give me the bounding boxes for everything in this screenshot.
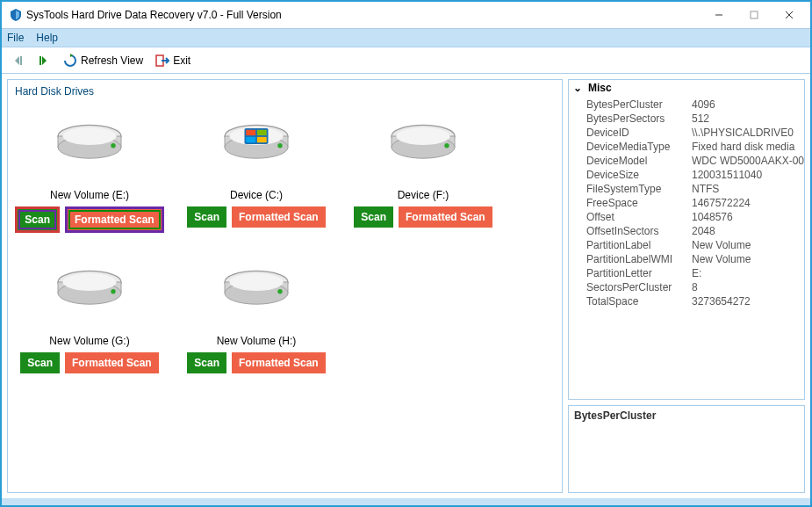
drive-buttons: Scan Formatted Scan (20, 352, 158, 373)
property-row[interactable]: OffsetInSectors2048 (586, 224, 804, 238)
formatted-scan-button[interactable]: Formatted Scan (65, 206, 164, 233)
description-title: BytesPerCluster (574, 409, 656, 422)
exit-icon (155, 54, 169, 68)
property-row[interactable]: FileSystemTypeNTFS (586, 182, 804, 196)
svg-rect-1 (751, 11, 758, 18)
drive-buttons: Scan Formatted Scan (187, 206, 325, 228)
property-key: OffsetInSectors (586, 225, 692, 237)
drive-item[interactable]: Device (C:) Scan Formatted Scan (182, 105, 331, 233)
drive-item[interactable]: New Volume (G:) Scan Formatted Scan (15, 250, 164, 373)
property-row[interactable]: BytesPerSectors512 (586, 112, 804, 126)
property-row[interactable]: DeviceSize120031511040 (586, 168, 804, 182)
property-value: 120031511040 (692, 169, 804, 181)
property-row[interactable]: TotalSpace3273654272 (586, 294, 804, 308)
properties-panel: ⌄ Misc BytesPerCluster4096BytesPerSector… (568, 79, 805, 400)
drive-label: Device (F:) (398, 184, 449, 206)
properties-rows: BytesPerCluster4096BytesPerSectors512Dev… (569, 96, 804, 310)
property-value: 8 (692, 281, 804, 293)
property-value: 1467572224 (692, 197, 804, 209)
svg-rect-5 (40, 56, 41, 65)
nav-back-icon (11, 54, 25, 68)
property-key: BytesPerCluster (586, 98, 692, 111)
app-icon (9, 8, 23, 22)
property-key: TotalSpace (586, 295, 692, 308)
close-button[interactable] (772, 2, 807, 28)
formatted-scan-button[interactable]: Formatted Scan (232, 206, 326, 228)
drive-buttons: Scan Formatted Scan (187, 352, 325, 373)
drive-item[interactable]: New Volume (E:) Scan Formatted Scan (15, 105, 164, 233)
drive-label: New Volume (E:) (50, 184, 129, 206)
drives-pane: Hard Disk Drives New Volume (E:) Scan Fo… (7, 79, 563, 493)
property-value: New Volume (692, 239, 804, 251)
drive-label: New Volume (H:) (217, 330, 297, 352)
drive-label: Device (C:) (230, 184, 283, 206)
property-row[interactable]: Offset1048576 (586, 210, 804, 224)
scan-button[interactable]: Scan (15, 206, 60, 233)
svg-point-29 (444, 143, 449, 148)
property-value: 512 (692, 112, 804, 125)
formatted-scan-button[interactable]: Formatted Scan (65, 352, 159, 373)
collapse-icon: ⌄ (572, 82, 583, 94)
statusbar (2, 498, 810, 505)
property-key: DeviceSize (586, 169, 692, 181)
property-value: 4096 (692, 98, 804, 111)
refresh-button[interactable]: Refresh View (60, 52, 147, 69)
property-value: WDC WD5000AAKX-003CA0 ATA (692, 155, 804, 167)
property-value: New Volume (692, 253, 804, 265)
property-row[interactable]: BytesPerCluster4096 (586, 98, 804, 112)
drive-buttons: Scan Formatted Scan (354, 206, 492, 228)
property-row[interactable]: SectorsPerCluster8 (586, 280, 804, 294)
property-row[interactable]: DeviceModelWDC WD5000AAKX-003CA0 ATA (586, 154, 804, 168)
right-pane: ⌄ Misc BytesPerCluster4096BytesPerSector… (568, 79, 805, 493)
property-key: PartitionLabelWMI (586, 253, 692, 265)
svg-rect-22 (246, 137, 255, 142)
toolbar: Refresh View Exit (2, 47, 810, 74)
property-row[interactable]: PartitionLabelNew Volume (586, 238, 804, 252)
svg-point-35 (111, 289, 115, 293)
menubar: File Help (2, 28, 810, 47)
svg-point-41 (277, 289, 282, 293)
menu-file[interactable]: File (7, 32, 24, 44)
property-value: NTFS (692, 183, 804, 195)
formatted-scan-button[interactable]: Formatted Scan (232, 352, 326, 373)
scan-button[interactable]: Scan (187, 206, 226, 228)
hard-drive-icon (217, 250, 296, 330)
property-value: Fixed hard disk media (692, 141, 804, 153)
section-header: Hard Disk Drives (15, 83, 555, 105)
svg-rect-20 (246, 130, 255, 135)
scan-button[interactable]: Scan (20, 352, 60, 373)
formatted-scan-button[interactable]: Formatted Scan (399, 206, 492, 228)
property-row[interactable]: FreeSpace1467572224 (586, 196, 804, 210)
hard-drive-icon (50, 105, 129, 184)
property-row[interactable]: DeviceID\\.\PHYSICALDRIVE0 (586, 126, 804, 140)
refresh-icon (63, 54, 77, 68)
property-row[interactable]: DeviceMediaTypeFixed hard disk media (586, 140, 804, 154)
exit-button[interactable]: Exit (152, 52, 194, 69)
scan-button[interactable]: Scan (187, 352, 226, 373)
svg-point-34 (62, 273, 116, 291)
minimize-button[interactable] (701, 2, 737, 28)
window-title: SysTools Hard Drive Data Recovery v7.0 -… (5, 8, 701, 22)
maximize-button[interactable] (737, 2, 772, 28)
property-key: Offset (586, 211, 692, 223)
property-key: DeviceMediaType (586, 141, 692, 153)
property-value: E: (692, 267, 804, 279)
drive-item[interactable]: New Volume (H:) Scan Formatted Scan (182, 250, 331, 373)
titlebar: SysTools Hard Drive Data Recovery v7.0 -… (2, 2, 810, 28)
property-row[interactable]: PartitionLetterE: (586, 266, 804, 280)
nav-back-button[interactable] (7, 52, 28, 69)
properties-header[interactable]: ⌄ Misc (569, 80, 804, 96)
property-key: BytesPerSectors (586, 112, 692, 125)
property-row[interactable]: PartitionLabelWMINew Volume (586, 252, 804, 266)
svg-rect-21 (257, 130, 267, 135)
property-key: FileSystemType (586, 183, 692, 195)
window-controls (701, 2, 807, 28)
nav-forward-button[interactable] (33, 52, 54, 69)
svg-point-40 (229, 273, 283, 291)
menu-help[interactable]: Help (36, 32, 58, 44)
drive-item[interactable]: Device (F:) Scan Formatted Scan (349, 105, 498, 233)
hard-drive-icon (384, 105, 463, 184)
drive-label: New Volume (G:) (49, 330, 129, 352)
property-key: SectorsPerCluster (586, 281, 692, 293)
scan-button[interactable]: Scan (354, 206, 393, 228)
